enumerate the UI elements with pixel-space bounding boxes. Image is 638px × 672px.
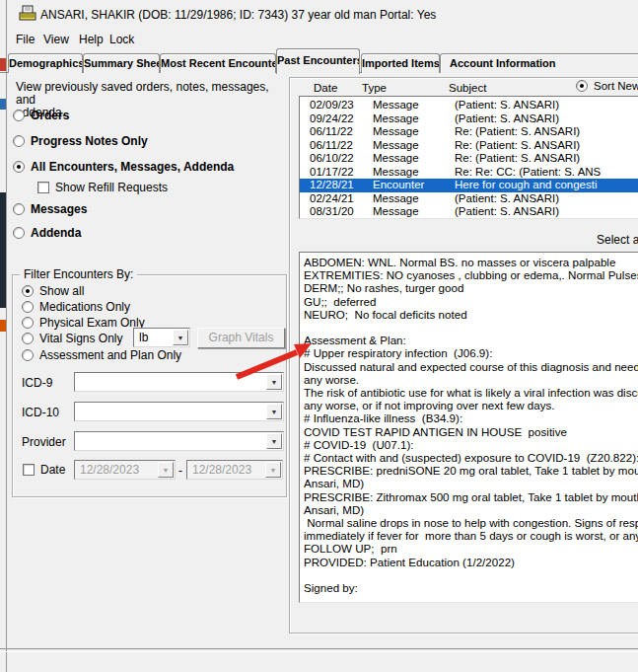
- icd10-label: ICD-10: [22, 406, 59, 419]
- tab-summary-sheet[interactable]: Summary Sheet: [83, 53, 160, 73]
- radio-physical-exam-only[interactable]: Physical Exam Only: [22, 316, 145, 330]
- radio-progress-notes-only[interactable]: Progress Notes Only: [13, 134, 148, 148]
- column-header-subject: Subject: [449, 82, 486, 94]
- radio-icon: [13, 135, 25, 147]
- column-header-type: Type: [362, 82, 387, 94]
- tab-imported-items[interactable]: Imported Items: [361, 53, 440, 73]
- window-left-border: [6, 0, 7, 672]
- radio-icon: [13, 161, 25, 173]
- menu-bar: File View Help Lock: [7, 28, 638, 49]
- filter-groupbox-title: Filter Encounters By:: [20, 267, 137, 281]
- menu-lock[interactable]: Lock: [106, 32, 137, 47]
- encounter-row[interactable]: 06/10/22MessageRe: (Patient: S. ANSARI): [300, 152, 638, 166]
- radio-addenda[interactable]: Addenda: [13, 226, 81, 240]
- date-to-dropdown: 12/28/2023 ▼: [186, 460, 283, 480]
- tab-most-recent-encounter[interactable]: Most Recent Encounter: [160, 53, 276, 73]
- radio-icon: [22, 285, 34, 297]
- chevron-down-icon[interactable]: ▼: [173, 330, 188, 345]
- menu-file[interactable]: File: [13, 32, 37, 47]
- radio-messages[interactable]: Messages: [13, 202, 87, 216]
- note-text: ABDOMEN: WNL. Normal BS. no masses or vi…: [300, 253, 638, 594]
- radio-icon: [22, 333, 34, 344]
- radio-icon: [576, 80, 588, 92]
- chevron-down-icon: ▼: [158, 462, 174, 478]
- select-hint-label: Select a: [597, 233, 638, 247]
- radio-icon: [13, 110, 25, 121]
- menu-view[interactable]: View: [40, 32, 72, 47]
- provider-label: Provider: [22, 435, 66, 449]
- radio-icon: [13, 203, 25, 215]
- tab-account-information[interactable]: Account Information: [440, 53, 638, 73]
- menu-help[interactable]: Help: [76, 32, 106, 47]
- radio-medications-only[interactable]: Medications Only: [22, 300, 130, 314]
- encounter-row-selected[interactable]: 12/28/21EncounterHere for cough and cong…: [300, 179, 638, 192]
- vitals-unit-dropdown[interactable]: lb ▼: [133, 328, 190, 347]
- bottom-divider: [0, 648, 638, 652]
- radio-vital-signs-only[interactable]: Vital Signs Only: [22, 332, 123, 345]
- date-from-dropdown: 12/28/2023 ▼: [74, 460, 176, 480]
- patient-chart-icon: [19, 5, 36, 22]
- checkbox-icon: [23, 464, 35, 476]
- chevron-down-icon: ▼: [265, 462, 281, 478]
- radio-all-encounters[interactable]: All Encounters, Messages, Addenda: [13, 160, 234, 174]
- radio-icon: [22, 349, 34, 361]
- encounter-row[interactable]: 02/09/23Message(Patient: S. ANSARI): [300, 99, 638, 112]
- graph-vitals-button: Graph Vitals: [197, 328, 285, 348]
- icd9-dropdown[interactable]: ▼: [74, 372, 284, 392]
- icd10-dropdown[interactable]: ▼: [74, 402, 284, 421]
- checkbox-show-refill-requests[interactable]: Show Refill Requests: [37, 181, 168, 194]
- radio-icon: [22, 301, 34, 313]
- chevron-down-icon[interactable]: ▼: [266, 404, 282, 419]
- encounter-row[interactable]: 06/11/22MessageRe: (Patient: S. ANSARI): [300, 139, 638, 153]
- title-bar: ANSARI, SHAKIR (DOB: 11/29/1986; ID: 734…: [7, 0, 638, 28]
- icd9-label: ICD-9: [22, 376, 52, 390]
- date-range-separator: -: [178, 464, 182, 478]
- window-title: ANSARI, SHAKIR (DOB: 11/29/1986; ID: 734…: [40, 8, 436, 22]
- radio-assessment-plan-only[interactable]: Assessment and Plan Only: [22, 348, 181, 362]
- radio-orders[interactable]: Orders: [13, 109, 69, 122]
- tab-past-encounters[interactable]: Past Encounters: [276, 48, 360, 74]
- radio-icon: [13, 227, 25, 239]
- radio-icon: [22, 317, 34, 329]
- checkbox-icon: [37, 182, 49, 193]
- encounter-row[interactable]: 01/17/22MessageRe: Re: CC: (Patient: S. …: [300, 166, 638, 180]
- radio-sort-newest[interactable]: Sort Newe: [576, 80, 638, 94]
- checkbox-date-filter[interactable]: Date: [23, 463, 65, 477]
- tab-demographics[interactable]: Demographics: [8, 53, 83, 73]
- encounter-row[interactable]: 02/24/21Message(Patient: S. ANSARI): [300, 192, 638, 206]
- encounter-row[interactable]: 08/31/20Message(Patient: S. ANSARI): [300, 205, 638, 219]
- encounter-list[interactable]: 02/09/23Message(Patient: S. ANSARI) 09/2…: [299, 96, 638, 219]
- radio-show-all[interactable]: Show all: [22, 284, 84, 298]
- column-header-date: Date: [314, 82, 337, 94]
- provider-dropdown[interactable]: ▼: [74, 431, 284, 451]
- chevron-down-icon[interactable]: ▼: [266, 374, 282, 390]
- encounter-row[interactable]: 06/11/22MessageRe: (Patient: S. ANSARI): [300, 125, 638, 139]
- encounter-row[interactable]: 09/24/22Message(Patient: S. ANSARI): [300, 112, 638, 126]
- note-text-area[interactable]: ABDOMEN: WNL. Normal BS. no masses or vi…: [299, 252, 638, 603]
- chevron-down-icon[interactable]: ▼: [266, 433, 282, 449]
